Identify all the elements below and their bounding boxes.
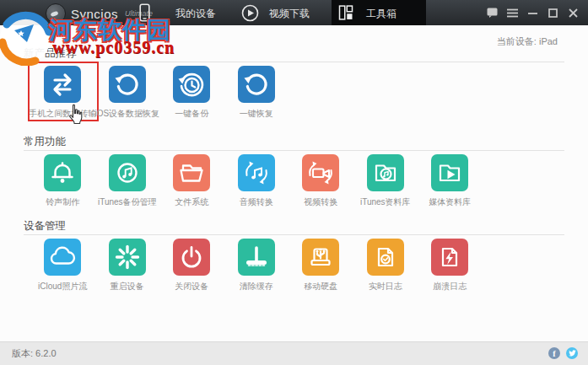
tile-label: 关闭设备 [175, 282, 208, 292]
tile-label: 媒体资料库 [429, 197, 471, 207]
tile-label: 视频转换 [304, 197, 337, 207]
chat-icon[interactable] [486, 7, 499, 19]
tool-transfer-arrows[interactable]: 手机之间数据传输 [30, 66, 95, 119]
tool-power[interactable]: 关闭设备 [159, 239, 224, 292]
transfer-arrows-icon [44, 66, 81, 103]
minimize-icon[interactable] [526, 7, 539, 19]
clear-cache-icon [238, 239, 275, 276]
version-label: 版本: 6.2.0 [12, 342, 57, 364]
main-content: 当前设备: iPad 新产品推荐手机之间数据传输iOS设备数据恢复一键备份一键恢… [0, 25, 588, 342]
maximize-icon[interactable] [547, 7, 559, 19]
tool-clear-cache[interactable]: 清除缓存 [224, 239, 289, 292]
backup-clock-icon [173, 66, 210, 103]
restore-arrow-icon [109, 66, 146, 103]
app-window: Syncios Ultimate 我的设备 视频下载 工具箱 [0, 0, 588, 365]
tile-label: 铃声制作 [46, 197, 79, 207]
restart-icon [109, 239, 146, 276]
play-icon [241, 4, 259, 25]
tool-media-library[interactable]: 媒体资料库 [418, 154, 483, 207]
section-2: 设备管理iCloud照片流重启设备关闭设备清除缓存移动硬盘实时日志崩溃日志 [24, 220, 564, 292]
power-icon [173, 239, 210, 276]
section-divider [24, 150, 564, 151]
tool-itunes-music[interactable]: iTunes备份管理 [95, 154, 160, 207]
window-controls [486, 0, 580, 25]
audio-convert-icon [238, 154, 275, 191]
tile-label: 移动硬盘 [304, 282, 337, 292]
video-convert-icon [302, 154, 339, 191]
tile-label: 清除缓存 [240, 282, 273, 292]
tab-my-devices[interactable]: 我的设备 [175, 7, 216, 21]
menu-icon[interactable] [506, 7, 519, 19]
tool-usb-drive[interactable]: 移动硬盘 [289, 239, 353, 292]
section-divider [24, 62, 564, 62]
section-title: 常用功能 [24, 136, 564, 148]
icloud-photos-icon [44, 239, 81, 276]
tile-label: iTunes备份管理 [98, 197, 157, 207]
section-title: 新产品推荐 [24, 47, 564, 59]
tab-toolbox[interactable]: 工具箱 [332, 0, 426, 25]
tool-restore-circle[interactable]: 一键恢复 [224, 66, 289, 119]
status-bar: 版本: 6.2.0 f [0, 341, 588, 365]
tool-folder[interactable]: 文件系统 [159, 154, 224, 207]
syncios-logo-icon [46, 3, 66, 24]
brand-name: Syncios [71, 7, 118, 21]
tile-label: iTunes资料库 [360, 197, 411, 207]
close-icon[interactable] [567, 7, 580, 19]
section-divider [24, 234, 564, 235]
restore-circle-icon [238, 66, 275, 103]
itunes-library-icon [367, 154, 404, 191]
tile-label: 音频转换 [240, 197, 273, 207]
tool-crash-log[interactable]: 崩溃日志 [418, 239, 483, 292]
crash-log-icon [431, 239, 468, 276]
bell-icon [44, 154, 81, 191]
tool-itunes-library[interactable]: iTunes资料库 [353, 154, 418, 207]
tile-label: 一键恢复 [240, 109, 273, 119]
tile-label: 文件系统 [175, 197, 208, 207]
tool-realtime-log[interactable]: 实时日志 [353, 239, 418, 292]
tool-audio-convert[interactable]: 音频转换 [224, 154, 289, 207]
section-title: 设备管理 [24, 220, 564, 232]
folder-icon [173, 154, 210, 191]
phone-icon [139, 3, 150, 25]
titlebar: Syncios Ultimate 我的设备 视频下载 工具箱 [0, 0, 588, 25]
tool-restart[interactable]: 重启设备 [95, 239, 160, 292]
tile-label: 崩溃日志 [433, 282, 467, 292]
cursor-pointer-icon [67, 104, 84, 124]
realtime-log-icon [367, 239, 404, 276]
tab-toolbox-label: 工具箱 [366, 7, 396, 21]
facebook-icon[interactable]: f [548, 347, 560, 359]
tab-video-download[interactable]: 视频下载 [269, 7, 310, 21]
tile-label: iCloud照片流 [38, 282, 87, 292]
itunes-music-icon [109, 154, 146, 191]
twitter-icon[interactable] [566, 347, 578, 359]
social-links: f [548, 347, 578, 359]
usb-drive-icon [302, 239, 339, 276]
media-library-icon [431, 154, 468, 191]
tool-backup-clock[interactable]: 一键备份 [159, 66, 224, 119]
grid-icon [337, 4, 354, 24]
section-1: 常用功能铃声制作iTunes备份管理文件系统音频转换视频转换iTunes资料库媒… [24, 136, 564, 207]
tile-row: 铃声制作iTunes备份管理文件系统音频转换视频转换iTunes资料库媒体资料库 [30, 154, 564, 207]
tool-bell[interactable]: 铃声制作 [30, 154, 95, 207]
current-device-status: 当前设备: iPad [497, 35, 558, 48]
tile-row: 手机之间数据传输iOS设备数据恢复一键备份一键恢复 [30, 66, 564, 119]
section-0: 新产品推荐手机之间数据传输iOS设备数据恢复一键备份一键恢复 [24, 47, 564, 119]
tool-video-convert[interactable]: 视频转换 [289, 154, 353, 207]
tile-label: 重启设备 [111, 282, 144, 292]
tile-label: 手机之间数据传输 [29, 109, 96, 119]
tool-icloud-photos[interactable]: iCloud照片流 [30, 239, 95, 292]
tile-label: 实时日志 [369, 282, 402, 292]
tile-row: iCloud照片流重启设备关闭设备清除缓存移动硬盘实时日志崩溃日志 [30, 239, 564, 292]
tile-label: 一键备份 [175, 109, 208, 119]
tile-label: iOS设备数据恢复 [94, 109, 159, 119]
tool-restore-arrow[interactable]: iOS设备数据恢复 [95, 66, 160, 119]
brand: Syncios Ultimate [46, 3, 153, 24]
